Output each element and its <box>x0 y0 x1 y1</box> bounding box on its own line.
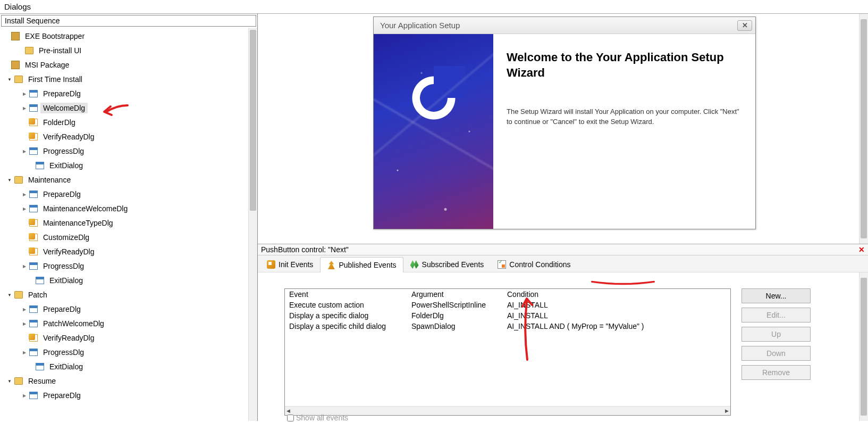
show-all-events-checkbox[interactable]: Show all events <box>287 413 348 422</box>
chevron-down-icon[interactable] <box>5 378 14 384</box>
dialog-m-icon <box>29 233 38 242</box>
dialog-m-icon <box>29 247 38 256</box>
preview-side-image <box>374 34 493 229</box>
preview-scrollbar[interactable] <box>859 14 868 244</box>
detail-tabs: Init Events Published Events Subscribed … <box>258 255 868 272</box>
dialog-icon <box>35 161 45 170</box>
detail-scrollbar[interactable] <box>859 272 868 421</box>
tree-item-progressdlg-m[interactable]: ProgressDlg <box>0 259 257 273</box>
chevron-right-icon[interactable] <box>20 90 29 96</box>
tree-item-progressdlg-p[interactable]: ProgressDlg <box>0 345 257 359</box>
tree-item-maintenance[interactable]: Maintenance <box>0 172 257 187</box>
dialog-m-icon <box>29 333 38 343</box>
published-events-icon <box>327 261 335 269</box>
close-icon[interactable]: ✕ <box>858 245 865 254</box>
preview-heading: Welcome to the Your Application Setup Wi… <box>507 50 742 80</box>
preview-window[interactable]: Your Application Setup ✕ Welcome to the … <box>373 16 756 229</box>
dialog-icon <box>35 362 45 371</box>
tree-item-folderdlg[interactable]: FolderDlg <box>0 115 257 129</box>
events-header-row: Event Argument Condition <box>285 289 730 300</box>
tree-item-preparedlg-r[interactable]: PrepareDlg <box>0 388 257 402</box>
tree-item-patch[interactable]: Patch <box>0 287 257 302</box>
tree-item-exe-bootstrapper[interactable]: EXE Bootstrapper <box>0 29 257 43</box>
tree-item-preparedlg-m[interactable]: PrepareDlg <box>0 187 257 201</box>
preview-body-text: The Setup Wizard will install Your Appli… <box>507 107 742 127</box>
tree-item-exitdialog[interactable]: ExitDialog <box>0 158 257 172</box>
chevron-right-icon[interactable] <box>20 306 29 312</box>
folder-icon <box>14 376 23 386</box>
tree-item-preparedlg[interactable]: PrepareDlg <box>0 86 257 101</box>
table-row[interactable]: Execute custom action PowerShellScriptIn… <box>285 300 730 310</box>
chevron-right-icon[interactable] <box>20 349 29 355</box>
folder-icon <box>14 75 23 84</box>
chevron-down-icon[interactable] <box>5 292 14 297</box>
new-button[interactable]: New... <box>741 288 811 303</box>
tab-control-conditions[interactable]: Control Conditions <box>491 256 577 272</box>
dialog-m-icon <box>29 218 38 228</box>
dialog-icon <box>29 319 38 328</box>
chevron-right-icon[interactable] <box>20 320 29 326</box>
close-icon[interactable]: ✕ <box>737 20 752 31</box>
tree-item-verifyreadydlg[interactable]: VerifyReadyDlg <box>0 129 257 144</box>
folder-icon <box>24 46 34 55</box>
chevron-right-icon[interactable] <box>20 191 29 197</box>
column-event: Event <box>289 290 411 299</box>
tab-published-events[interactable]: Published Events <box>320 257 403 272</box>
edit-button[interactable]: Edit... <box>741 308 811 322</box>
tree-item-progressdlg[interactable]: ProgressDlg <box>0 144 257 158</box>
folder-icon <box>14 175 23 185</box>
remove-button[interactable]: Remove <box>741 365 811 380</box>
chevron-right-icon[interactable] <box>20 205 29 211</box>
events-table[interactable]: Event Argument Condition Execute custom … <box>284 288 731 416</box>
dialog-preview: Your Application Setup ✕ Welcome to the … <box>258 14 868 244</box>
dialog-icon <box>29 146 38 156</box>
dialog-tree[interactable]: EXE Bootstrapper Pre-install UI MSI Pack… <box>0 28 257 421</box>
column-condition: Condition <box>507 290 726 299</box>
tree-item-resume[interactable]: Resume <box>0 374 257 388</box>
package-icon <box>11 31 20 41</box>
chevron-down-icon[interactable] <box>5 76 14 82</box>
dialog-icon <box>29 261 38 271</box>
logo-icon <box>402 66 466 130</box>
chevron-right-icon[interactable] <box>20 105 29 111</box>
tree-scrollbar[interactable] <box>248 28 257 421</box>
chevron-right-icon[interactable] <box>20 392 29 398</box>
dialog-icon <box>29 89 38 98</box>
right-panel: Your Application Setup ✕ Welcome to the … <box>258 14 868 421</box>
tree-item-verifyreadydlg-p[interactable]: VerifyReadyDlg <box>0 330 257 345</box>
tree-item-exitdialog-m[interactable]: ExitDialog <box>0 273 257 287</box>
control-conditions-icon <box>498 260 506 269</box>
tree-item-welcomedlg[interactable]: WelcomeDlg <box>0 101 257 115</box>
tree-item-maintwelcomedlg[interactable]: MaintenanceWelcomeDlg <box>0 201 257 216</box>
dialog-icon <box>29 103 38 113</box>
tab-init-events[interactable]: Init Events <box>260 256 320 272</box>
tree-item-patchwelcomedlg[interactable]: PatchWelcomeDlg <box>0 316 257 330</box>
detail-header-label: PushButton control: "Next" <box>261 245 349 254</box>
folder-icon <box>14 290 23 300</box>
tree-item-preinstall-ui[interactable]: Pre-install UI <box>0 43 257 57</box>
tree-item-verifyreadydlg-m[interactable]: VerifyReadyDlg <box>0 244 257 259</box>
dialog-icon <box>29 391 38 400</box>
table-h-scrollbar[interactable]: ◀▶ <box>285 406 730 415</box>
tree-item-preparedlg-p[interactable]: PrepareDlg <box>0 302 257 316</box>
tree-item-first-time-install[interactable]: First Time Install <box>0 72 257 86</box>
dialog-icon <box>29 189 38 199</box>
tree-item-msi-package[interactable]: MSI Package <box>0 57 257 72</box>
chevron-down-icon[interactable] <box>5 177 14 183</box>
chevron-right-icon[interactable] <box>20 263 29 269</box>
preview-title: Your Application Setup <box>380 21 460 30</box>
tab-subscribed-events[interactable]: Subscribed Events <box>403 256 491 272</box>
up-button[interactable]: Up <box>741 327 811 342</box>
table-row[interactable]: Display a specific child dialog SpawnDia… <box>285 321 730 332</box>
table-row[interactable]: Display a specific dialog FolderDlg AI_I… <box>285 310 730 321</box>
tree-item-mainttypedlg[interactable]: MaintenanceTypeDlg <box>0 216 257 230</box>
down-button[interactable]: Down <box>741 346 811 361</box>
dialog-m-icon <box>29 118 38 127</box>
checkbox[interactable] <box>287 415 294 421</box>
dialog-icon <box>35 276 45 285</box>
tree-item-customizedlg[interactable]: CustomizeDlg <box>0 230 257 244</box>
dialog-icon <box>29 347 38 357</box>
chevron-right-icon[interactable] <box>20 148 29 154</box>
tree-item-exitdialog-p[interactable]: ExitDialog <box>0 359 257 374</box>
install-sequence-header: Install Sequence <box>1 15 256 27</box>
